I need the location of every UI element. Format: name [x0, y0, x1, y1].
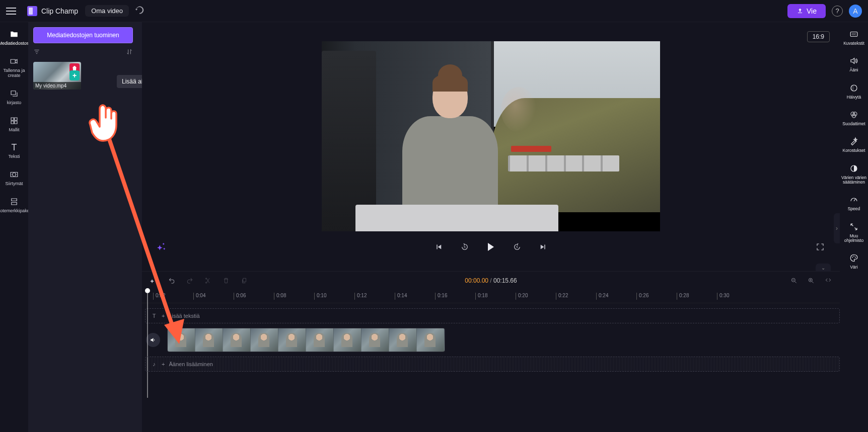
- audio-track[interactable]: ♪ + Äänen lisääminen: [145, 357, 840, 372]
- sidebar-item-text[interactable]: T Teksti: [0, 139, 28, 164]
- media-thumbnail[interactable]: + My video.mp4: [33, 62, 81, 90]
- split-button[interactable]: [202, 275, 213, 286]
- ruler-tick: 0:20: [516, 293, 556, 300]
- sidebar-item-highlights[interactable]: Korostukset: [840, 133, 868, 158]
- filter-icon[interactable]: [33, 48, 40, 57]
- import-media-button[interactable]: Mediatiedostojen tuominen: [33, 27, 133, 43]
- left-sidebar: Mediatiedostosi Tallenna ja create kirja…: [0, 22, 28, 432]
- ruler-tick: 0:22: [556, 293, 596, 300]
- zoom-in-button[interactable]: [806, 275, 817, 286]
- sidebar-item-audio[interactable]: Ääni: [840, 53, 868, 77]
- sidebar-item-media[interactable]: Mediatiedostosi: [0, 26, 28, 51]
- text-icon: T: [151, 313, 158, 319]
- brand-logo-icon: [27, 6, 37, 16]
- captions-icon: CC: [849, 29, 859, 39]
- text-track-label: Lisää tekstiä: [169, 313, 199, 319]
- timeline-tracks: T + Lisää tekstiä ♪ + Äänen lisääminen: [142, 303, 840, 375]
- speaker-icon: [150, 336, 157, 343]
- svg-point-2: [205, 278, 206, 279]
- svg-point-13: [852, 257, 853, 258]
- sidebar-item-coloradjust[interactable]: Värien värien säätäminen: [840, 160, 868, 190]
- sidebar-item-brandkit[interactable]: Tuotemerkkipaketit: [0, 194, 28, 219]
- undo-button[interactable]: [166, 275, 177, 286]
- add-audio-plus-icon: +: [162, 361, 165, 367]
- video-clip[interactable]: [167, 328, 445, 352]
- ai-enhance-button[interactable]: [156, 241, 167, 252]
- text-icon: T: [9, 142, 19, 152]
- project-name[interactable]: Oma video: [85, 5, 129, 17]
- timeline-timecode: 00:00.00 / 00:15.66: [465, 277, 517, 284]
- ruler-tick: 0:16: [435, 293, 475, 300]
- duplicate-button[interactable]: [239, 275, 250, 286]
- fullscreen-button[interactable]: [815, 241, 826, 252]
- video-track[interactable]: [145, 326, 840, 354]
- text-track[interactable]: T + Lisää tekstiä: [145, 308, 840, 323]
- ruler-tick: 0:28: [677, 293, 717, 300]
- transition-icon: [9, 169, 19, 180]
- svg-text:5: 5: [464, 245, 466, 248]
- rewind-button[interactable]: 5: [459, 241, 470, 252]
- sidebar-item-color[interactable]: Väri: [840, 250, 868, 275]
- brandkit-icon: [9, 197, 19, 207]
- sidebar-item-fade[interactable]: Häivytä: [840, 80, 868, 105]
- upload-icon: [797, 8, 804, 15]
- ruler-tick: 0:06: [234, 293, 274, 300]
- timeline-ruler[interactable]: 0:020:040:060:080:100:120:140:160:180:20…: [142, 289, 840, 303]
- sync-icon[interactable]: [135, 6, 144, 16]
- ai-timeline-button[interactable]: [148, 275, 159, 286]
- skip-end-button[interactable]: [538, 241, 549, 252]
- redo-button[interactable]: [184, 275, 195, 286]
- delete-clip-button[interactable]: [221, 275, 232, 286]
- play-button[interactable]: [485, 241, 496, 252]
- export-button[interactable]: Vie: [787, 4, 826, 18]
- skip-start-button[interactable]: [433, 241, 444, 252]
- sparkle-wand-icon: [849, 136, 859, 146]
- zoom-out-button[interactable]: [788, 275, 800, 286]
- sidebar-item-library[interactable]: kirjasto: [0, 85, 28, 111]
- video-preview[interactable]: [322, 41, 660, 231]
- svg-text:CC: CC: [852, 33, 856, 36]
- add-to-timeline-button[interactable]: +: [69, 70, 80, 80]
- playhead[interactable]: [145, 288, 150, 293]
- forward-button[interactable]: 5: [512, 241, 523, 252]
- sidebar-item-other[interactable]: Muu ohjelmisto: [840, 219, 868, 248]
- sort-icon[interactable]: [126, 48, 133, 57]
- fit-timeline-button[interactable]: [823, 275, 834, 286]
- svg-point-14: [853, 256, 854, 257]
- right-sidebar: › CC Kuvatekstit Ääni Häivytä Suodattime…: [840, 22, 868, 432]
- ruler-tick: 0:30: [717, 293, 757, 300]
- library-icon: [9, 89, 19, 99]
- ruler-tick: 0:12: [354, 293, 395, 300]
- top-bar: Clip Champ Oma video Vie ? A: [0, 0, 868, 22]
- collapse-timeline-button[interactable]: ⌄: [816, 264, 831, 272]
- help-button[interactable]: ?: [832, 6, 843, 17]
- sidebar-item-record[interactable]: Tallenna ja create: [0, 53, 28, 83]
- brand: Clip Champ: [27, 6, 78, 16]
- camera-icon: [9, 56, 19, 66]
- ruler-tick: 0:02: [153, 293, 193, 300]
- svg-text:5: 5: [516, 245, 518, 248]
- player-controls: 5 5: [142, 241, 840, 252]
- collapse-right-panel[interactable]: ›: [834, 213, 840, 243]
- aspect-ratio-selector[interactable]: 16:9: [807, 31, 830, 42]
- svg-point-15: [855, 257, 856, 258]
- ruler-tick: 0:18: [475, 293, 516, 300]
- sidebar-item-filters[interactable]: Suodattimet: [840, 107, 868, 131]
- sidebar-item-speed[interactable]: Speed: [840, 192, 868, 216]
- sidebar-item-captions[interactable]: CC Kuvatekstit: [840, 26, 868, 51]
- contrast-icon: [849, 163, 859, 174]
- preview-area: 16:9: [142, 22, 840, 271]
- menu-button[interactable]: [6, 5, 18, 17]
- center-area: 16:9: [142, 22, 840, 432]
- ruler-tick: 0:10: [314, 293, 354, 300]
- audio-track-label: Äänen lisääminen: [169, 361, 212, 367]
- sidebar-item-templates[interactable]: Mallit: [0, 113, 28, 138]
- music-note-icon: ♪: [151, 361, 158, 367]
- user-avatar[interactable]: A: [849, 5, 862, 18]
- filters-icon: [849, 110, 859, 120]
- clip-audio-button[interactable]: [146, 333, 160, 347]
- sidebar-item-transitions[interactable]: Siirtymät: [0, 166, 28, 192]
- speedometer-icon: [849, 195, 859, 205]
- arrows-out-icon: [849, 222, 859, 232]
- media-filename: My video.mp4: [33, 82, 81, 90]
